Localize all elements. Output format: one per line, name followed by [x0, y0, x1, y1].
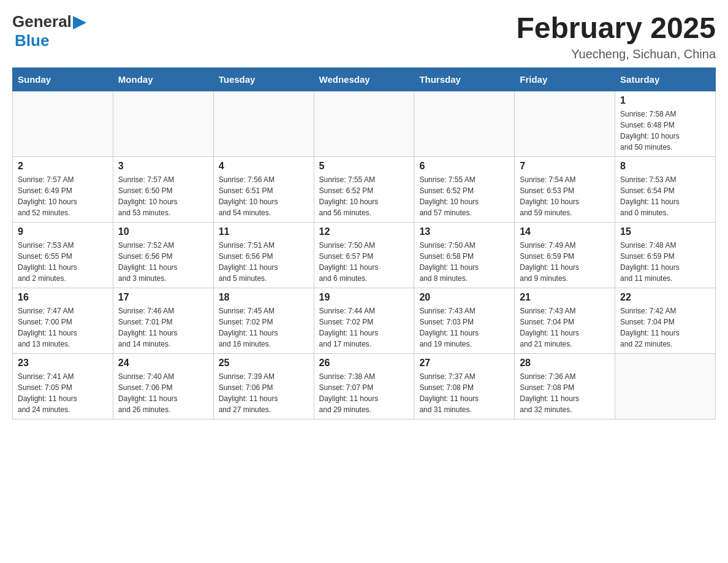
- calendar-table: Sunday Monday Tuesday Wednesday Thursday…: [12, 67, 716, 419]
- header-tuesday: Tuesday: [213, 67, 314, 91]
- day-info: Sunrise: 7:43 AM Sunset: 7:04 PM Dayligh…: [520, 305, 610, 350]
- day-number: 14: [520, 226, 610, 237]
- table-row: [113, 91, 213, 156]
- table-row: 21Sunrise: 7:43 AM Sunset: 7:04 PM Dayli…: [515, 288, 615, 353]
- table-row: 14Sunrise: 7:49 AM Sunset: 6:59 PM Dayli…: [515, 222, 615, 288]
- calendar-week-row: 16Sunrise: 7:47 AM Sunset: 7:00 PM Dayli…: [13, 288, 716, 353]
- day-number: 5: [319, 161, 409, 172]
- day-number: 1: [620, 95, 710, 106]
- table-row: 5Sunrise: 7:55 AM Sunset: 6:52 PM Daylig…: [314, 156, 414, 222]
- day-info: Sunrise: 7:41 AM Sunset: 7:05 PM Dayligh…: [18, 371, 108, 415]
- day-info: Sunrise: 7:38 AM Sunset: 7:07 PM Dayligh…: [319, 371, 409, 415]
- logo: General Blue: [12, 12, 86, 50]
- day-number: 25: [219, 358, 309, 369]
- table-row: [414, 91, 515, 156]
- table-row: [615, 353, 716, 419]
- day-info: Sunrise: 7:55 AM Sunset: 6:52 PM Dayligh…: [419, 174, 509, 218]
- day-number: 11: [219, 226, 309, 237]
- day-info: Sunrise: 7:37 AM Sunset: 7:08 PM Dayligh…: [419, 371, 509, 415]
- table-row: [213, 91, 314, 156]
- day-number: 26: [319, 358, 409, 369]
- table-row: 25Sunrise: 7:39 AM Sunset: 7:06 PM Dayli…: [213, 353, 314, 419]
- day-info: Sunrise: 7:42 AM Sunset: 7:04 PM Dayligh…: [620, 305, 710, 350]
- logo-triangle-icon: [73, 16, 86, 29]
- table-row: 3Sunrise: 7:57 AM Sunset: 6:50 PM Daylig…: [113, 156, 213, 222]
- table-row: 17Sunrise: 7:46 AM Sunset: 7:01 PM Dayli…: [113, 288, 213, 353]
- day-number: 6: [419, 161, 509, 172]
- day-number: 16: [18, 292, 108, 303]
- table-row: 23Sunrise: 7:41 AM Sunset: 7:05 PM Dayli…: [13, 353, 113, 419]
- day-info: Sunrise: 7:58 AM Sunset: 6:48 PM Dayligh…: [620, 109, 710, 153]
- day-info: Sunrise: 7:39 AM Sunset: 7:06 PM Dayligh…: [219, 371, 309, 415]
- table-row: 24Sunrise: 7:40 AM Sunset: 7:06 PM Dayli…: [113, 353, 213, 419]
- day-number: 20: [419, 292, 509, 303]
- table-row: 11Sunrise: 7:51 AM Sunset: 6:56 PM Dayli…: [213, 222, 314, 288]
- header-sunday: Sunday: [13, 67, 113, 91]
- day-number: 10: [118, 226, 208, 237]
- page-header: General Blue February 2025 Yuecheng, Sic…: [12, 12, 716, 61]
- table-row: 18Sunrise: 7:45 AM Sunset: 7:02 PM Dayli…: [213, 288, 314, 353]
- header-thursday: Thursday: [414, 67, 515, 91]
- table-row: 1Sunrise: 7:58 AM Sunset: 6:48 PM Daylig…: [615, 91, 716, 156]
- day-number: 13: [419, 226, 509, 237]
- day-number: 22: [620, 292, 710, 303]
- day-info: Sunrise: 7:49 AM Sunset: 6:59 PM Dayligh…: [520, 240, 610, 284]
- table-row: 13Sunrise: 7:50 AM Sunset: 6:58 PM Dayli…: [414, 222, 515, 288]
- calendar-week-row: 9Sunrise: 7:53 AM Sunset: 6:55 PM Daylig…: [13, 222, 716, 288]
- table-row: 10Sunrise: 7:52 AM Sunset: 6:56 PM Dayli…: [113, 222, 213, 288]
- day-number: 15: [620, 226, 710, 237]
- location-subtitle: Yuecheng, Sichuan, China: [516, 47, 716, 61]
- day-info: Sunrise: 7:43 AM Sunset: 7:03 PM Dayligh…: [419, 305, 509, 350]
- table-row: 28Sunrise: 7:36 AM Sunset: 7:08 PM Dayli…: [515, 353, 615, 419]
- day-info: Sunrise: 7:36 AM Sunset: 7:08 PM Dayligh…: [520, 371, 610, 415]
- day-info: Sunrise: 7:51 AM Sunset: 6:56 PM Dayligh…: [219, 240, 309, 284]
- day-number: 19: [319, 292, 409, 303]
- day-number: 27: [419, 358, 509, 369]
- day-number: 12: [319, 226, 409, 237]
- day-info: Sunrise: 7:54 AM Sunset: 6:53 PM Dayligh…: [520, 174, 610, 218]
- day-number: 17: [118, 292, 208, 303]
- table-row: [13, 91, 113, 156]
- day-number: 2: [18, 161, 108, 172]
- header-monday: Monday: [113, 67, 213, 91]
- day-info: Sunrise: 7:53 AM Sunset: 6:54 PM Dayligh…: [620, 174, 710, 218]
- table-row: 27Sunrise: 7:37 AM Sunset: 7:08 PM Dayli…: [414, 353, 515, 419]
- day-info: Sunrise: 7:57 AM Sunset: 6:50 PM Dayligh…: [118, 174, 208, 218]
- day-number: 18: [219, 292, 309, 303]
- calendar-week-row: 1Sunrise: 7:58 AM Sunset: 6:48 PM Daylig…: [13, 91, 716, 156]
- svg-marker-0: [73, 16, 86, 29]
- logo-general-text: General: [12, 12, 72, 31]
- header-friday: Friday: [515, 67, 615, 91]
- table-row: 2Sunrise: 7:57 AM Sunset: 6:49 PM Daylig…: [13, 156, 113, 222]
- logo-blue-text: Blue: [15, 31, 49, 50]
- table-row: [515, 91, 615, 156]
- day-number: 4: [219, 161, 309, 172]
- header-wednesday: Wednesday: [314, 67, 414, 91]
- table-row: 19Sunrise: 7:44 AM Sunset: 7:02 PM Dayli…: [314, 288, 414, 353]
- calendar-week-row: 23Sunrise: 7:41 AM Sunset: 7:05 PM Dayli…: [13, 353, 716, 419]
- table-row: 12Sunrise: 7:50 AM Sunset: 6:57 PM Dayli…: [314, 222, 414, 288]
- day-number: 28: [520, 358, 610, 369]
- day-number: 7: [520, 161, 610, 172]
- table-row: [314, 91, 414, 156]
- title-area: February 2025 Yuecheng, Sichuan, China: [516, 12, 716, 61]
- day-info: Sunrise: 7:52 AM Sunset: 6:56 PM Dayligh…: [118, 240, 208, 284]
- day-info: Sunrise: 7:57 AM Sunset: 6:49 PM Dayligh…: [18, 174, 108, 218]
- table-row: 4Sunrise: 7:56 AM Sunset: 6:51 PM Daylig…: [213, 156, 314, 222]
- table-row: 16Sunrise: 7:47 AM Sunset: 7:00 PM Dayli…: [13, 288, 113, 353]
- day-info: Sunrise: 7:47 AM Sunset: 7:00 PM Dayligh…: [18, 305, 108, 350]
- day-info: Sunrise: 7:50 AM Sunset: 6:58 PM Dayligh…: [419, 240, 509, 284]
- weekday-header-row: Sunday Monday Tuesday Wednesday Thursday…: [13, 67, 716, 91]
- day-number: 8: [620, 161, 710, 172]
- day-info: Sunrise: 7:44 AM Sunset: 7:02 PM Dayligh…: [319, 305, 409, 350]
- table-row: 26Sunrise: 7:38 AM Sunset: 7:07 PM Dayli…: [314, 353, 414, 419]
- day-info: Sunrise: 7:55 AM Sunset: 6:52 PM Dayligh…: [319, 174, 409, 218]
- day-number: 9: [18, 226, 108, 237]
- day-info: Sunrise: 7:48 AM Sunset: 6:59 PM Dayligh…: [620, 240, 710, 284]
- table-row: 9Sunrise: 7:53 AM Sunset: 6:55 PM Daylig…: [13, 222, 113, 288]
- day-number: 21: [520, 292, 610, 303]
- day-number: 23: [18, 358, 108, 369]
- day-number: 3: [118, 161, 208, 172]
- month-title: February 2025: [516, 12, 716, 45]
- table-row: 7Sunrise: 7:54 AM Sunset: 6:53 PM Daylig…: [515, 156, 615, 222]
